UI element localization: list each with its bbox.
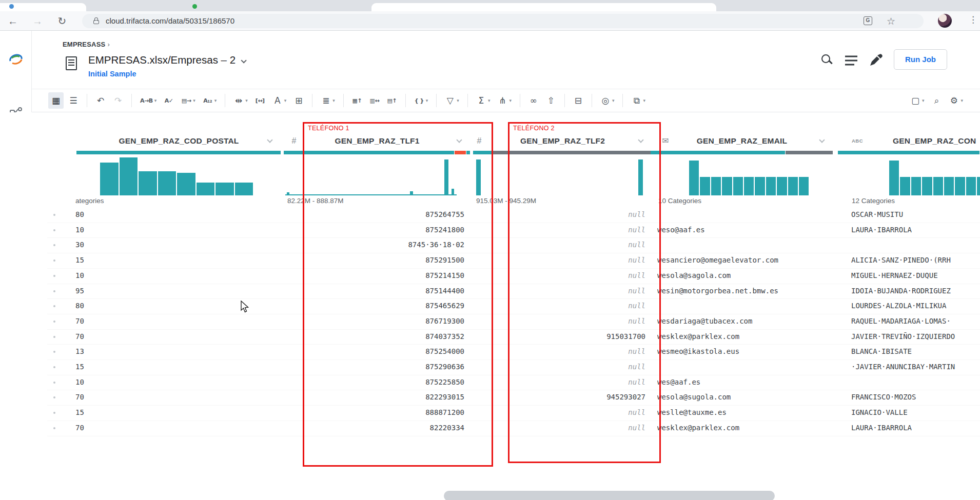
cell-email[interactable]: wesola@sugola.com	[657, 390, 873, 405]
cell-postal[interactable]: 10	[75, 375, 291, 390]
chevron-down-icon[interactable]: ▾	[457, 98, 459, 103]
chevron-down-icon[interactable]: ▾	[426, 98, 428, 103]
histogram-bar[interactable]	[911, 177, 921, 195]
browser-tab-active[interactable]	[371, 3, 716, 11]
replace-values-button[interactable]: A→B▾	[138, 92, 159, 109]
cell-contact[interactable]: IGNACIO·VALLE	[851, 405, 980, 421]
lookup-button[interactable]: ⇧	[543, 92, 559, 109]
comment-button[interactable]: ⊟	[571, 92, 586, 109]
column-actions-button[interactable]: ▤→▾	[179, 92, 198, 109]
histogram-bar[interactable]	[889, 161, 899, 195]
recipe-picker-icon[interactable]	[868, 53, 885, 70]
sample-indicator[interactable]: Initial Sample	[88, 70, 136, 78]
cell-email[interactable]: wesola@sagola.com	[657, 268, 873, 284]
undo-button[interactable]: ↶	[93, 92, 108, 109]
row-view-button[interactable]: ☰	[66, 92, 81, 109]
histogram-bar[interactable]	[955, 177, 965, 195]
cell-email[interactable]: wes@aaf.es	[657, 375, 873, 390]
cell-email[interactable]: wesmeo@ikastola.eus	[657, 344, 873, 359]
cell-postal[interactable]: 70	[75, 314, 291, 329]
pivot-button[interactable]: ▦↑	[349, 92, 365, 109]
cell-contact[interactable]: ·JAVIER·ANUNCIBAY·MARTIN	[851, 359, 980, 375]
address-bar[interactable]: cloud.trifacta.com/data/50315/186570 G ☆	[82, 14, 924, 28]
histogram-bar[interactable]	[766, 177, 776, 195]
cell-postal[interactable]: 70	[75, 421, 291, 436]
histogram-bar[interactable]	[158, 171, 177, 195]
chevron-down-icon[interactable]: ▾	[643, 98, 645, 103]
redo-button[interactable]: ↷	[110, 92, 126, 109]
cell-postal[interactable]: 10	[75, 223, 291, 238]
histogram-bar[interactable]	[966, 177, 976, 195]
histogram-bar[interactable]	[139, 171, 157, 195]
cell-postal[interactable]: 13	[75, 344, 291, 359]
select-area-button[interactable]: ▢▾	[908, 92, 927, 109]
cell-email[interactable]: wesklex@parklex.com	[657, 329, 873, 345]
cell-email[interactable]: wesdariaga@tubacex.com	[657, 314, 873, 329]
chevron-down-icon[interactable]: ▾	[488, 98, 491, 103]
cell-email[interactable]: wesanciero@omegaelevator.com	[657, 253, 873, 268]
cell-postal[interactable]: 80	[75, 207, 291, 223]
column-header-postal[interactable]: GEN_EMP_RAZ_COD_POSTAL	[76, 134, 281, 148]
back-icon[interactable]: ←	[5, 13, 21, 29]
nest-unnest-button[interactable]: { }▾	[411, 92, 431, 109]
chevron-down-icon[interactable]: ▾	[193, 98, 195, 103]
histogram-bar[interactable]	[197, 183, 215, 195]
horizontal-scrollbar[interactable]	[444, 491, 775, 500]
steps-list-icon[interactable]	[844, 54, 860, 70]
cell-contact[interactable]: LOURDES·ALZOLA·MILIKUA	[851, 298, 980, 314]
run-job-button[interactable]: Run Job	[894, 49, 947, 70]
chevron-down-icon[interactable]: ▾	[214, 98, 217, 103]
histogram-bar[interactable]	[922, 177, 932, 195]
histogram-bar[interactable]	[722, 177, 732, 195]
cell-contact[interactable]: ALICIA·SANZ·PINEDO·(RRH	[851, 253, 980, 268]
histogram-spike[interactable]	[287, 192, 289, 195]
unpivot-button[interactable]: ▤↑	[384, 92, 400, 109]
browser-menu-icon[interactable]: ⋮	[969, 14, 977, 25]
chevron-down-icon[interactable]: ▾	[245, 98, 248, 103]
cell-contact[interactable]: LAURA·IBARROLA	[851, 223, 980, 238]
cell-contact[interactable]: RAQUEL·MADARIAGA·LOMAS·	[851, 314, 980, 329]
histogram-bar[interactable]	[744, 177, 754, 195]
breadcrumb[interactable]: EMPRESASS›	[63, 41, 110, 48]
split-column-button[interactable]: ⇹▾	[231, 92, 250, 109]
histogram-bar[interactable]	[689, 161, 699, 195]
histogram-bar[interactable]	[977, 177, 980, 195]
histogram-bar[interactable]	[933, 177, 943, 195]
histogram-bar[interactable]	[788, 177, 798, 195]
cell-email[interactable]: weslle@tauxme.es	[657, 405, 873, 421]
histogram-bar[interactable]	[733, 177, 743, 195]
view-settings-button[interactable]: ⚙▾	[946, 92, 966, 109]
macros-button[interactable]: ⧉▾	[629, 92, 648, 109]
histogram-bar[interactable]	[120, 157, 138, 195]
forward-icon[interactable]: →	[30, 13, 45, 29]
cell-postal[interactable]: 70	[75, 390, 291, 405]
cell-email[interactable]: wesin@motorgorbea.net.bmw.es	[657, 284, 873, 299]
histogram-bar[interactable]	[700, 177, 710, 195]
histogram-bar[interactable]	[900, 177, 910, 195]
chevron-down-icon[interactable]: ▾	[154, 98, 157, 103]
cell-contact[interactable]: JAVIER·TREVIÑO·IZQUIERDO	[851, 329, 980, 345]
page-title[interactable]: EMPRESAS.xlsx/Empresas – 2	[88, 54, 245, 66]
histogram-bar[interactable]	[944, 177, 954, 195]
standardize-button[interactable]: A✓	[161, 92, 177, 109]
cell-contact[interactable]: BLANCA·IBISATE	[851, 344, 980, 359]
histogram-bar[interactable]	[177, 173, 195, 195]
chevron-down-icon[interactable]: ▾	[509, 98, 512, 103]
trifacta-logo[interactable]	[8, 52, 24, 69]
chevron-down-icon[interactable]: ▾	[284, 98, 287, 103]
title-chevron-icon[interactable]	[241, 57, 247, 63]
cell-email[interactable]: weso@aaf.es	[657, 223, 873, 238]
histogram-bar[interactable]	[235, 183, 253, 195]
grid-view-button[interactable]: ▦	[48, 92, 64, 109]
histogram-bar[interactable]	[711, 177, 721, 195]
chevron-down-icon[interactable]: ▾	[612, 98, 615, 103]
cell-postal[interactable]: 15	[75, 405, 291, 421]
cell-postal[interactable]: 15	[75, 359, 291, 375]
quality-bar-email-valid[interactable]	[651, 151, 785, 154]
text-format-button[interactable]: A▾	[270, 92, 289, 109]
aggregate-button[interactable]: Σ▾	[474, 92, 493, 109]
breadcrumb-flow-name[interactable]: EMPRESASS	[63, 41, 105, 48]
sort-button[interactable]: A₁₂▾	[200, 92, 220, 109]
conditional-functions-button[interactable]: ⊞	[291, 92, 306, 109]
join-button[interactable]: ⋔▾	[495, 92, 514, 109]
